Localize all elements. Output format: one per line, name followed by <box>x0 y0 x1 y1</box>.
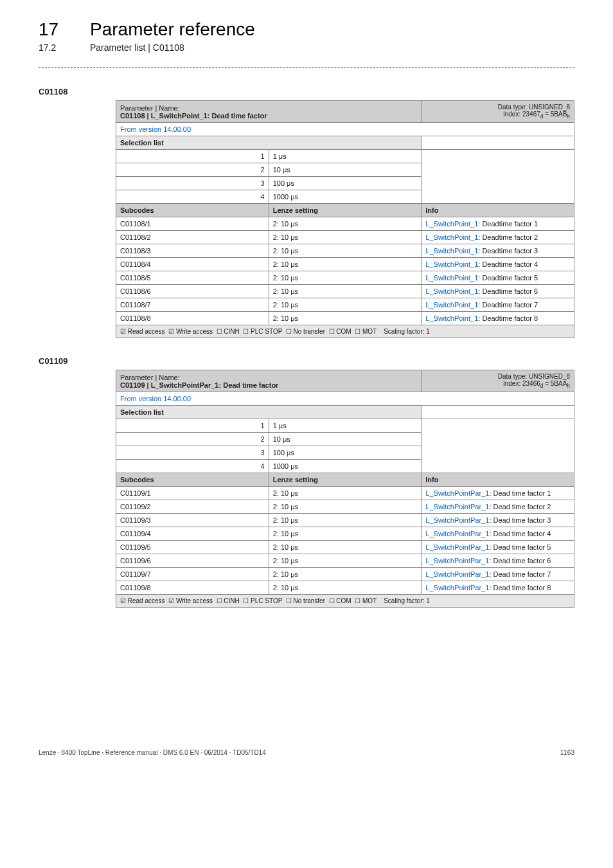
param-name-label: Parameter | Name: <box>120 374 180 381</box>
info-link[interactable]: L_SwitchPoint_1 <box>425 287 478 295</box>
param-datatype: Data type: UNSIGNED_8 <box>498 104 570 111</box>
selection-value: 1000 μs <box>269 460 422 473</box>
selection-list-label: Selection list <box>116 136 422 150</box>
selection-value: 100 μs <box>269 446 422 460</box>
info-col-header: Info <box>422 473 574 487</box>
info-cell: L_SwitchPointPar_1: Dead time factor 4 <box>422 527 574 541</box>
info-cell: L_SwitchPointPar_1: Dead time factor 2 <box>422 500 574 514</box>
info-link[interactable]: L_SwitchPointPar_1 <box>425 584 489 592</box>
info-cell: L_SwitchPointPar_1: Dead time factor 7 <box>422 568 574 581</box>
lenze-setting-cell: 2: 10 μs <box>269 217 422 231</box>
param-index: Index: 23467d = 5BABh <box>503 111 570 118</box>
info-link[interactable]: L_SwitchPoint_1 <box>425 220 478 228</box>
subcodes-col-header: Subcodes <box>116 473 269 487</box>
subcode-cell: C01108/1 <box>116 217 269 231</box>
param-index: Index: 23466d = 5BAAh <box>503 380 570 387</box>
subcode-cell: C01108/3 <box>116 244 269 258</box>
access-flags: ☑ Read access ☑ Write access ☐ CINH ☐ PL… <box>116 325 574 338</box>
lenze-setting-cell: 2: 10 μs <box>269 231 422 244</box>
subcodes-col-header: Subcodes <box>116 204 269 217</box>
param-name-label: Parameter | Name: <box>120 104 180 112</box>
info-cell: L_SwitchPoint_1: Deadtime factor 8 <box>422 312 574 325</box>
info-cell: L_SwitchPointPar_1: Dead time factor 6 <box>422 554 574 568</box>
info-link[interactable]: L_SwitchPointPar_1 <box>425 570 489 578</box>
selection-number: 2 <box>116 163 269 177</box>
subcode-cell: C01109/8 <box>116 581 269 595</box>
subcode-cell: C01109/2 <box>116 500 269 514</box>
selection-number: 3 <box>116 446 269 460</box>
chapter-title: Parameter reference <box>90 19 255 40</box>
subcode-cell: C01109/3 <box>116 514 269 527</box>
version-link[interactable]: From version 14.00.00 <box>116 123 574 136</box>
version-link[interactable]: From version 14.00.00 <box>116 392 574 406</box>
info-link[interactable]: L_SwitchPointPar_1 <box>425 557 489 565</box>
section-title: Parameter list | C01108 <box>90 42 184 53</box>
lenze-setting-cell: 2: 10 μs <box>269 500 422 514</box>
info-link[interactable]: L_SwitchPoint_1 <box>425 301 478 309</box>
param-name-value: C01108 | L_SwitchPoint_1: Dead time fact… <box>120 112 267 120</box>
lenze-setting-cell: 2: 10 μs <box>269 554 422 568</box>
info-col-header: Info <box>422 204 574 217</box>
info-cell: L_SwitchPoint_1: Deadtime factor 1 <box>422 217 574 231</box>
info-link[interactable]: L_SwitchPoint_1 <box>425 274 478 282</box>
subcode-cell: C01109/4 <box>116 527 269 541</box>
section-number: 17.2 <box>39 42 71 53</box>
info-link[interactable]: L_SwitchPoint_1 <box>425 260 478 268</box>
subcode-cell: C01109/5 <box>116 541 269 554</box>
info-cell: L_SwitchPoint_1: Deadtime factor 5 <box>422 271 574 285</box>
lenze-setting-cell: 2: 10 μs <box>269 258 422 271</box>
lenze-setting-cell: 2: 10 μs <box>269 244 422 258</box>
subcode-cell: C01109/7 <box>116 568 269 581</box>
footer-page-number: 1163 <box>560 749 574 756</box>
divider <box>39 67 574 68</box>
selection-number: 1 <box>116 419 269 433</box>
info-link[interactable]: L_SwitchPointPar_1 <box>425 503 489 511</box>
param-table: Parameter | Name:C01108 | L_SwitchPoint_… <box>116 100 574 338</box>
subcode-cell: C01108/7 <box>116 298 269 312</box>
info-link[interactable]: L_SwitchPointPar_1 <box>425 489 489 497</box>
selection-number: 4 <box>116 190 269 204</box>
chapter-number: 17 <box>39 19 71 40</box>
info-cell: L_SwitchPoint_1: Deadtime factor 3 <box>422 244 574 258</box>
lenze-setting-cell: 2: 10 μs <box>269 298 422 312</box>
subcode-cell: C01109/1 <box>116 487 269 500</box>
lenze-setting-cell: 2: 10 μs <box>269 581 422 595</box>
lenze-setting-cell: 2: 10 μs <box>269 285 422 298</box>
param-name-value: C01109 | L_SwitchPointPar_1: Dead time f… <box>120 381 278 389</box>
info-cell: L_SwitchPointPar_1: Dead time factor 3 <box>422 514 574 527</box>
footer-left: Lenze · 8400 TopLine · Reference manual … <box>39 749 266 756</box>
param-datatype: Data type: UNSIGNED_8 <box>498 373 570 380</box>
info-cell: L_SwitchPointPar_1: Dead time factor 8 <box>422 581 574 595</box>
selection-number: 4 <box>116 460 269 473</box>
selection-value: 1000 μs <box>269 190 422 204</box>
info-cell: L_SwitchPoint_1: Deadtime factor 7 <box>422 298 574 312</box>
info-cell: L_SwitchPointPar_1: Dead time factor 1 <box>422 487 574 500</box>
lenze-setting-cell: 2: 10 μs <box>269 514 422 527</box>
lenze-setting-cell: 2: 10 μs <box>269 568 422 581</box>
selection-value: 10 μs <box>269 163 422 177</box>
info-link[interactable]: L_SwitchPointPar_1 <box>425 530 489 538</box>
subcode-cell: C01108/6 <box>116 285 269 298</box>
info-link[interactable]: L_SwitchPoint_1 <box>425 247 478 255</box>
access-flags: ☑ Read access ☑ Write access ☐ CINH ☐ PL… <box>116 595 574 608</box>
selection-number: 2 <box>116 433 269 446</box>
param-table: Parameter | Name:C01109 | L_SwitchPointP… <box>116 370 574 608</box>
info-link[interactable]: L_SwitchPointPar_1 <box>425 516 489 524</box>
selection-value: 1 μs <box>269 419 422 433</box>
info-cell: L_SwitchPoint_1: Deadtime factor 4 <box>422 258 574 271</box>
info-cell: L_SwitchPoint_1: Deadtime factor 2 <box>422 231 574 244</box>
lenze-setting-cell: 2: 10 μs <box>269 312 422 325</box>
lenze-col-header: Lenze setting <box>269 204 422 217</box>
subcode-cell: C01108/5 <box>116 271 269 285</box>
param-code-label: C01109 <box>39 356 574 366</box>
subcode-cell: C01108/8 <box>116 312 269 325</box>
info-link[interactable]: L_SwitchPoint_1 <box>425 314 478 322</box>
info-cell: L_SwitchPoint_1: Deadtime factor 6 <box>422 285 574 298</box>
lenze-setting-cell: 2: 10 μs <box>269 271 422 285</box>
selection-list-label: Selection list <box>116 406 422 419</box>
info-link[interactable]: L_SwitchPointPar_1 <box>425 543 489 551</box>
selection-value: 1 μs <box>269 150 422 163</box>
info-link[interactable]: L_SwitchPoint_1 <box>425 233 478 241</box>
lenze-setting-cell: 2: 10 μs <box>269 541 422 554</box>
selection-value: 100 μs <box>269 177 422 190</box>
